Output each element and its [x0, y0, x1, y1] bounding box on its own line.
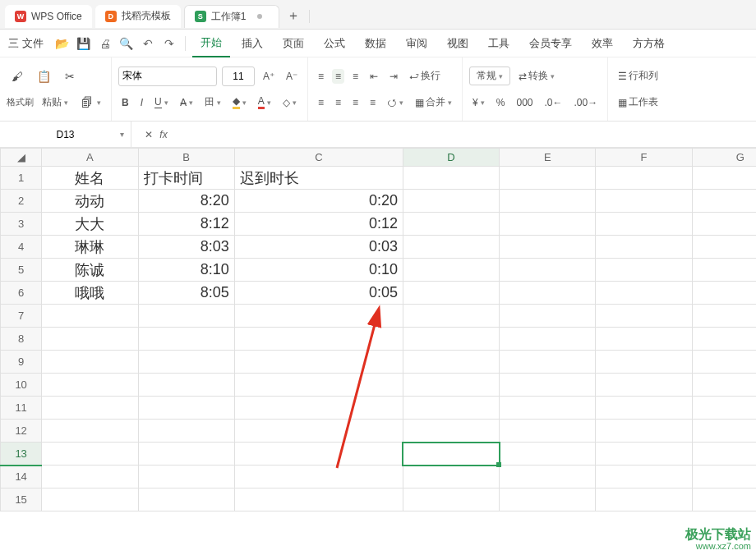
cell[interactable] [403, 374, 499, 397]
cell[interactable]: 陈诚 [42, 259, 138, 282]
cell[interactable]: 8:10 [138, 259, 234, 282]
name-box-input[interactable] [25, 129, 107, 140]
row-header[interactable]: 15 [1, 488, 42, 511]
cell[interactable]: 动动 [42, 190, 138, 213]
chevron-down-icon[interactable]: ▾ [120, 130, 124, 139]
col-header-B[interactable]: B [138, 149, 234, 167]
align-left-button[interactable]: ≡ [315, 95, 327, 110]
cell[interactable] [692, 236, 756, 259]
increase-font-button[interactable]: A⁺ [260, 69, 278, 84]
cell[interactable] [596, 328, 692, 351]
cell[interactable]: 琳琳 [42, 236, 138, 259]
redo-icon[interactable]: ↷ [160, 34, 178, 53]
currency-button[interactable]: ¥▾ [469, 95, 488, 110]
indent-dec-button[interactable]: ⇤ [366, 69, 381, 84]
row-header[interactable]: 9 [1, 351, 42, 374]
cell[interactable] [138, 374, 234, 397]
cell[interactable] [403, 213, 499, 236]
cell[interactable]: 0:10 [234, 259, 403, 282]
cell[interactable] [403, 328, 499, 351]
cell[interactable]: 0:05 [234, 282, 403, 305]
cell[interactable] [596, 305, 692, 328]
cell[interactable] [692, 351, 756, 374]
align-middle-button[interactable]: ≡ [332, 69, 344, 84]
cell[interactable] [403, 351, 499, 374]
cell[interactable] [42, 420, 138, 443]
cell[interactable] [596, 488, 692, 511]
menu-tab-ffg[interactable]: 方方格 [625, 30, 673, 57]
cell[interactable] [692, 420, 756, 443]
cut-button[interactable]: ✂ [59, 67, 81, 85]
cell[interactable] [42, 328, 138, 351]
dec-decimal-button[interactable]: .00→ [571, 95, 602, 110]
align-top-button[interactable]: ≡ [315, 69, 327, 84]
row-header[interactable]: 13 [1, 443, 42, 466]
cell[interactable]: 8:12 [138, 213, 234, 236]
justify-button[interactable]: ≡ [366, 95, 379, 110]
cell[interactable] [403, 305, 499, 328]
new-tab-button[interactable]: ＋ [283, 6, 304, 27]
cell[interactable]: 哦哦 [42, 282, 138, 305]
cell[interactable] [500, 167, 596, 190]
col-header-C[interactable]: C [234, 149, 403, 167]
cell[interactable] [692, 305, 756, 328]
cell[interactable] [692, 259, 756, 282]
row-col-button[interactable]: ☰ 行和列 [615, 67, 662, 85]
row-header[interactable]: 8 [1, 328, 42, 351]
cell[interactable] [403, 167, 499, 190]
clipboard-more-button[interactable]: 🗐▾ [76, 94, 104, 112]
cell[interactable] [500, 397, 596, 420]
cell[interactable] [138, 397, 234, 420]
cell[interactable] [42, 351, 138, 374]
cell[interactable] [403, 466, 499, 488]
cell[interactable]: 8:03 [138, 236, 234, 259]
cell[interactable] [596, 259, 692, 282]
row-header[interactable]: 5 [1, 259, 42, 282]
undo-icon[interactable]: ↶ [139, 34, 157, 53]
cell[interactable] [596, 443, 692, 466]
align-center-button[interactable]: ≡ [332, 95, 344, 110]
inc-decimal-button[interactable]: .0← [541, 95, 565, 110]
cell[interactable] [500, 420, 596, 443]
cell[interactable] [42, 488, 138, 511]
cell[interactable]: 8:05 [138, 282, 234, 305]
comma-button[interactable]: 000 [513, 95, 536, 110]
cell[interactable] [234, 305, 403, 328]
row-header[interactable]: 4 [1, 236, 42, 259]
cell[interactable] [138, 351, 234, 374]
cell[interactable] [500, 213, 596, 236]
cell[interactable]: 0:03 [234, 236, 403, 259]
cell[interactable] [42, 466, 138, 488]
tab-template[interactable]: D 找稻壳模板 [95, 5, 181, 28]
cell[interactable] [500, 328, 596, 351]
row-header[interactable]: 1 [1, 167, 42, 190]
open-icon[interactable]: 📂 [53, 34, 71, 53]
cancel-icon[interactable]: ✕ [145, 129, 153, 140]
font-size-select[interactable] [222, 67, 255, 86]
underline-button[interactable]: U▾ [151, 94, 172, 110]
row-header[interactable]: 14 [1, 466, 42, 488]
cell[interactable] [42, 374, 138, 397]
cell[interactable] [500, 282, 596, 305]
cell[interactable] [234, 328, 403, 351]
row-header[interactable]: 2 [1, 190, 42, 213]
cell[interactable] [596, 213, 692, 236]
wrap-text-button[interactable]: ⮐ 换行 [406, 67, 444, 85]
number-format-select[interactable]: 常规 ▾ [469, 67, 510, 85]
orientation-button[interactable]: ⭯▾ [384, 95, 407, 110]
worksheet-button[interactable]: ▦ 工作表 [615, 94, 662, 111]
cell[interactable] [692, 374, 756, 397]
cell[interactable] [500, 374, 596, 397]
select-all-corner[interactable]: ◢ [1, 149, 42, 167]
row-header[interactable]: 12 [1, 420, 42, 443]
cell[interactable] [692, 282, 756, 305]
cell[interactable] [403, 420, 499, 443]
border-button[interactable]: 田▾ [201, 94, 224, 111]
cell[interactable] [42, 397, 138, 420]
cell[interactable]: 打卡时间 [138, 167, 234, 190]
decrease-font-button[interactable]: A⁻ [283, 69, 301, 84]
align-right-button[interactable]: ≡ [349, 95, 362, 110]
cell[interactable] [138, 488, 234, 511]
cell[interactable] [138, 305, 234, 328]
cell[interactable] [403, 259, 499, 282]
